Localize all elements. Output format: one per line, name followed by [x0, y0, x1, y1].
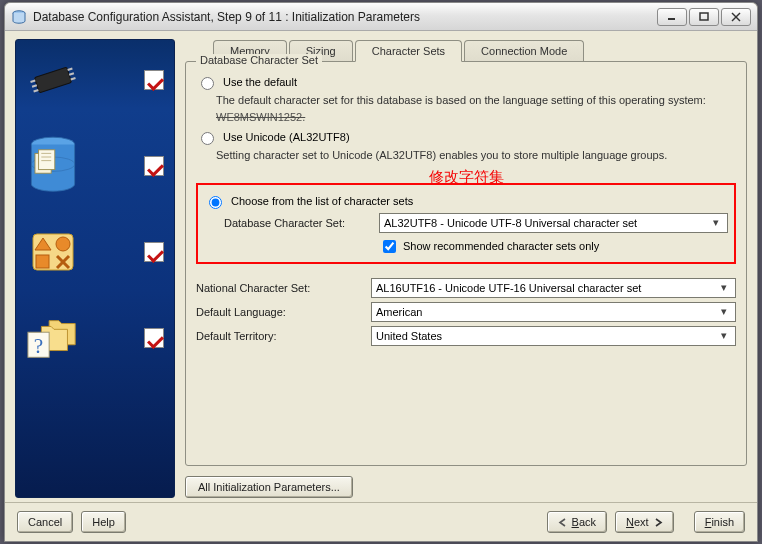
nav-left-icon	[558, 518, 568, 527]
bottom-bar: Cancel Help Back Next Finish	[5, 502, 757, 541]
main-row: ? Memory Sizing Character Sets Connectio…	[5, 31, 757, 502]
default-territory-label: Default Territory:	[196, 330, 361, 342]
maximize-button[interactable]	[689, 8, 719, 26]
close-button[interactable]	[721, 8, 751, 26]
svg-line-7	[32, 85, 37, 87]
database-files-icon	[26, 142, 80, 190]
default-territory-row: Default Territory: United States ▾	[196, 326, 736, 346]
right-pane: Memory Sizing Character Sets Connection …	[185, 39, 747, 498]
lower-form: National Character Set: AL16UTF16 - Unic…	[196, 278, 736, 346]
window: Database Configuration Assistant, Step 9…	[4, 2, 758, 542]
radio-use-default[interactable]: Use the default	[196, 76, 736, 90]
nav-right-icon	[653, 518, 663, 527]
use-unicode-desc: Setting character set to Unicode (AL32UT…	[216, 147, 736, 164]
cancel-button[interactable]: Cancel	[17, 511, 73, 533]
minimize-button[interactable]	[657, 8, 687, 26]
radio-choose-list-label: Choose from the list of character sets	[231, 195, 413, 207]
svg-line-10	[69, 73, 74, 75]
fieldset-legend: Database Character Set	[196, 54, 322, 66]
sidebar-step-2	[26, 142, 164, 190]
sidebar-step-1	[26, 56, 164, 104]
check-icon	[144, 328, 164, 348]
tab-character-sets[interactable]: Character Sets	[355, 40, 462, 62]
os-charset: WE8MSWIN1252.	[216, 111, 305, 123]
database-charset-fieldset: Database Character Set Use the default T…	[185, 61, 747, 466]
wizard-sidebar: ?	[15, 39, 175, 498]
annotation-box: Choose from the list of character sets D…	[196, 183, 736, 264]
svg-rect-22	[36, 255, 49, 268]
svg-rect-2	[700, 13, 708, 20]
show-recommended-row[interactable]: Show recommended character sets only	[379, 237, 728, 256]
chevron-down-icon: ▾	[717, 305, 731, 319]
all-initialization-parameters-button[interactable]: All Initialization Parameters...	[185, 476, 353, 498]
db-charset-label: Database Character Set:	[224, 217, 369, 229]
sidebar-step-4: ?	[26, 314, 164, 362]
use-default-desc: The default character set for this datab…	[216, 92, 736, 125]
db-charset-value: AL32UTF8 - Unicode UTF-8 Universal chara…	[384, 217, 637, 229]
svg-rect-5	[34, 67, 71, 93]
question-folders-icon: ?	[26, 314, 80, 362]
right-buttons: Back Next Finish	[547, 511, 745, 533]
tab-connection-mode[interactable]: Connection Mode	[464, 40, 584, 62]
national-charset-label: National Character Set:	[196, 282, 361, 294]
radio-use-unicode-input[interactable]	[201, 132, 214, 145]
national-charset-row: National Character Set: AL16UTF16 - Unic…	[196, 278, 736, 298]
check-icon	[144, 156, 164, 176]
svg-rect-15	[39, 150, 55, 170]
finish-label: inish	[711, 516, 734, 528]
window-buttons	[657, 8, 751, 26]
annotation-text: 修改字符集	[196, 168, 736, 187]
shapes-icon	[26, 228, 80, 276]
svg-line-6	[31, 80, 36, 82]
left-buttons: Cancel Help	[17, 511, 126, 533]
default-language-label: Default Language:	[196, 306, 361, 318]
default-territory-value: United States	[376, 330, 442, 342]
chip-icon	[26, 56, 80, 104]
svg-line-11	[71, 78, 76, 80]
chevron-down-icon: ▾	[717, 329, 731, 343]
radio-use-default-label: Use the default	[223, 76, 297, 88]
next-label: ext	[634, 516, 649, 528]
next-button[interactable]: Next	[615, 511, 674, 533]
sidebar-step-3	[26, 228, 164, 276]
db-charset-combo[interactable]: AL32UTF8 - Unicode UTF-8 Universal chara…	[379, 213, 728, 233]
chevron-down-icon: ▾	[709, 216, 723, 230]
back-button[interactable]: Back	[547, 511, 607, 533]
radio-choose-list[interactable]: Choose from the list of character sets	[204, 195, 728, 209]
db-charset-row: Database Character Set: AL32UTF8 - Unico…	[224, 213, 728, 233]
use-default-desc-text: The default character set for this datab…	[216, 94, 706, 106]
default-language-row: Default Language: American ▾	[196, 302, 736, 322]
chevron-down-icon: ▾	[717, 281, 731, 295]
svg-text:?: ?	[34, 334, 43, 358]
back-label: ack	[579, 516, 596, 528]
show-recommended-label: Show recommended character sets only	[403, 240, 599, 252]
radio-use-default-input[interactable]	[201, 77, 214, 90]
default-territory-combo[interactable]: United States ▾	[371, 326, 736, 346]
svg-line-9	[68, 68, 73, 70]
svg-line-8	[34, 90, 39, 92]
app-icon	[11, 9, 27, 25]
national-charset-combo[interactable]: AL16UTF16 - Unicode UTF-16 Universal cha…	[371, 278, 736, 298]
radio-choose-list-input[interactable]	[209, 196, 222, 209]
titlebar: Database Configuration Assistant, Step 9…	[5, 3, 757, 31]
window-title: Database Configuration Assistant, Step 9…	[33, 10, 657, 24]
radio-use-unicode[interactable]: Use Unicode (AL32UTF8)	[196, 131, 736, 145]
svg-point-21	[56, 237, 70, 251]
help-button[interactable]: Help	[81, 511, 126, 533]
check-icon	[144, 70, 164, 90]
check-icon	[144, 242, 164, 262]
radio-use-unicode-label: Use Unicode (AL32UTF8)	[223, 131, 350, 143]
all-params-row: All Initialization Parameters...	[185, 476, 747, 498]
default-language-combo[interactable]: American ▾	[371, 302, 736, 322]
content: ? Memory Sizing Character Sets Connectio…	[5, 31, 757, 541]
finish-button[interactable]: Finish	[694, 511, 745, 533]
default-language-value: American	[376, 306, 422, 318]
national-charset-value: AL16UTF16 - Unicode UTF-16 Universal cha…	[376, 282, 641, 294]
show-recommended-checkbox[interactable]	[383, 240, 396, 253]
